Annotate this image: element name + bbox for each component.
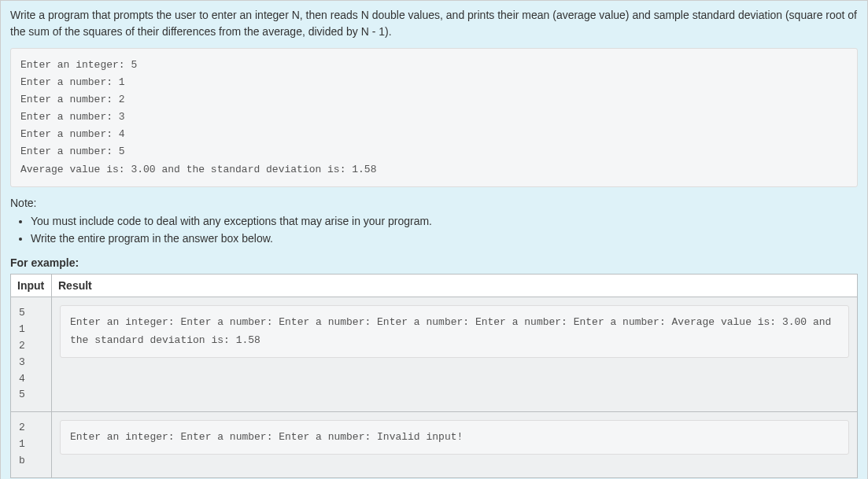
problem-statement: Write a program that prompts the user to… — [10, 7, 858, 40]
example-heading: For example: — [10, 256, 858, 269]
table-row: 5 1 2 3 4 5 Enter an integer: Enter a nu… — [11, 297, 858, 412]
sample-interaction: Enter an integer: 5 Enter a number: 1 En… — [10, 48, 858, 187]
input-text: 5 1 2 3 4 5 — [19, 305, 43, 403]
result-cell: Enter an integer: Enter a number: Enter … — [52, 412, 858, 477]
question-container: Write a program that prompts the user to… — [0, 0, 868, 479]
note-item: Write the entire program in the answer b… — [31, 230, 858, 247]
note-item: You must include code to deal with any e… — [31, 212, 858, 230]
note-list: You must include code to deal with any e… — [10, 212, 858, 248]
col-header-result: Result — [52, 275, 858, 297]
input-cell: 2 1 b — [11, 412, 52, 477]
note-heading: Note: — [10, 197, 858, 209]
input-text: 2 1 b — [19, 420, 43, 469]
example-table: Input Result 5 1 2 3 4 5 Enter an intege… — [10, 274, 858, 477]
result-text: Enter an integer: Enter a number: Enter … — [60, 420, 849, 455]
result-cell: Enter an integer: Enter a number: Enter … — [52, 297, 858, 412]
table-row: 2 1 b Enter an integer: Enter a number: … — [11, 412, 858, 477]
col-header-input: Input — [11, 275, 52, 297]
result-text: Enter an integer: Enter a number: Enter … — [60, 305, 849, 357]
input-cell: 5 1 2 3 4 5 — [11, 297, 52, 412]
